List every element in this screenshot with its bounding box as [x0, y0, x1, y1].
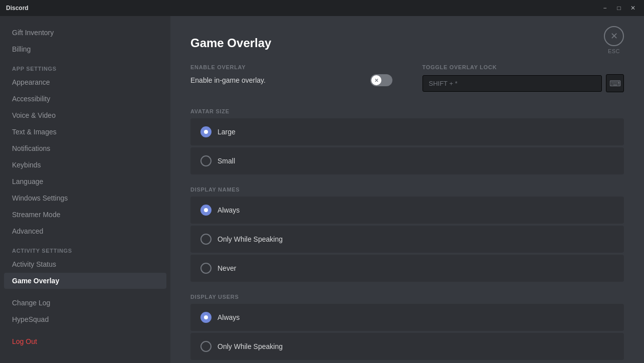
radio-inner-users-always: [204, 315, 208, 319]
avatar-size-small[interactable]: Small: [190, 147, 624, 174]
display-names-while-speaking[interactable]: Only While Speaking: [190, 226, 624, 253]
enable-overlay-col: ENABLE OVERLAY Enable in-game overlay. ✕: [190, 64, 392, 86]
radio-circle-names-never: [200, 263, 211, 274]
sidebar-item-text-images[interactable]: Text & Images: [4, 124, 166, 140]
sidebar-item-billing[interactable]: Billing: [4, 41, 166, 57]
overlay-toggle-switch[interactable]: ✕: [370, 74, 392, 86]
app-title: Discord: [6, 5, 29, 12]
overlay-toggle-row: Enable in-game overlay. ✕: [190, 74, 392, 86]
keybind-field[interactable]: SHIFT + *: [422, 75, 602, 92]
display-names-speaking-label: Only While Speaking: [218, 235, 283, 243]
sidebar-item-language[interactable]: Language: [4, 173, 166, 190]
sidebar-item-game-overlay[interactable]: Game Overlay: [4, 273, 166, 289]
avatar-size-small-label: Small: [218, 157, 235, 165]
radio-inner-large: [204, 130, 208, 134]
display-users-label: DISPLAY USERS: [190, 294, 624, 300]
sidebar-item-change-log[interactable]: Change Log: [4, 295, 166, 311]
main-content: Game Overlay ✕ ESC ENABLE OVERLAY Enable…: [170, 16, 644, 363]
toggle-overlay-lock-label: TOGGLE OVERLAY LOCK: [422, 64, 624, 70]
radio-circle-large: [200, 126, 211, 137]
display-users-section: DISPLAY USERS Always Only While Speaking: [190, 294, 624, 360]
sidebar-item-voice-video[interactable]: Voice & Video: [4, 107, 166, 123]
radio-circle-names-always: [200, 205, 211, 216]
sidebar-item-accessibility[interactable]: Accessibility: [4, 91, 166, 107]
display-names-section: DISPLAY NAMES Always Only While Speaking…: [190, 187, 624, 282]
sidebar-item-streamer-mode[interactable]: Streamer Mode: [4, 207, 166, 223]
radio-circle-users-speaking: [200, 341, 211, 352]
display-users-speaking-label: Only While Speaking: [218, 342, 283, 350]
radio-circle-users-always: [200, 312, 211, 323]
sidebar-item-notifications[interactable]: Notifications: [4, 140, 166, 156]
radio-circle-names-speaking: [200, 234, 211, 245]
keybind-input-row: SHIFT + * ⌨: [422, 74, 624, 92]
close-button[interactable]: ✕: [628, 3, 638, 13]
display-users-always-label: Always: [218, 313, 240, 321]
toggle-knob: ✕: [371, 75, 381, 85]
display-names-label: DISPLAY NAMES: [190, 187, 624, 193]
minimize-button[interactable]: −: [600, 3, 610, 13]
keyboard-icon: ⌨: [609, 79, 621, 88]
page-title: Game Overlay: [190, 36, 624, 50]
logout-button[interactable]: Log Out: [4, 333, 166, 349]
avatar-size-large-label: Large: [218, 128, 236, 136]
keybind-keyboard-button[interactable]: ⌨: [606, 74, 624, 92]
titlebar: Discord − □ ✕: [0, 0, 644, 16]
sidebar-item-gift-inventory[interactable]: Gift Inventory: [4, 25, 166, 41]
toggle-x-icon: ✕: [374, 78, 378, 83]
esc-label: ESC: [608, 48, 620, 54]
radio-circle-small: [200, 155, 211, 166]
avatar-size-large[interactable]: Large: [190, 118, 624, 145]
sidebar-item-appearance[interactable]: Appearance: [4, 74, 166, 90]
display-names-always-label: Always: [218, 206, 240, 214]
sidebar-item-activity-status[interactable]: Activity Status: [4, 256, 166, 272]
close-icon[interactable]: ✕: [604, 26, 624, 46]
sidebar-item-windows-settings[interactable]: Windows Settings: [4, 190, 166, 206]
display-names-never-label: Never: [218, 264, 236, 272]
display-names-never[interactable]: Never: [190, 255, 624, 282]
display-users-while-speaking[interactable]: Only While Speaking: [190, 333, 624, 360]
enable-overlay-label: ENABLE OVERLAY: [190, 64, 392, 70]
window-controls: − □ ✕: [600, 3, 638, 13]
avatar-size-label: AVATAR SIZE: [190, 108, 624, 114]
activity-settings-section-label: ACTIVITY SETTINGS: [0, 240, 170, 256]
app-body: Gift Inventory Billing APP SETTINGS Appe…: [0, 16, 644, 363]
sidebar-item-advanced[interactable]: Advanced: [4, 223, 166, 239]
overlay-enable-row: ENABLE OVERLAY Enable in-game overlay. ✕…: [190, 64, 624, 92]
sidebar-item-hypesquad[interactable]: HypeSquad: [4, 311, 166, 327]
maximize-button[interactable]: □: [614, 3, 624, 13]
toggle-overlay-lock-col: TOGGLE OVERLAY LOCK SHIFT + * ⌨: [422, 64, 624, 92]
esc-button[interactable]: ✕ ESC: [604, 26, 624, 54]
avatar-size-section: AVATAR SIZE Large Small: [190, 108, 624, 174]
radio-inner-names-always: [204, 208, 208, 212]
app-settings-section-label: APP SETTINGS: [0, 58, 170, 74]
overlay-toggle-text: Enable in-game overlay.: [190, 76, 370, 84]
sidebar: Gift Inventory Billing APP SETTINGS Appe…: [0, 16, 170, 363]
sidebar-item-keybinds[interactable]: Keybinds: [4, 157, 166, 173]
display-users-always[interactable]: Always: [190, 304, 624, 331]
display-names-always[interactable]: Always: [190, 197, 624, 224]
